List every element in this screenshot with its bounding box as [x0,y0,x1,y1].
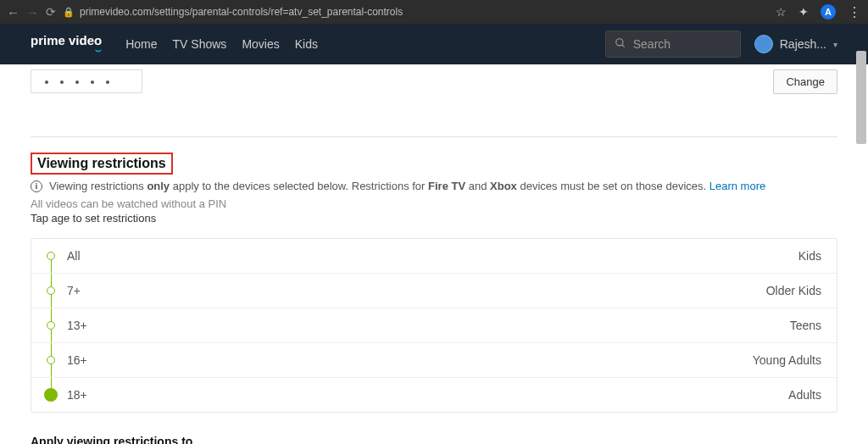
nav-home[interactable]: Home [125,37,157,51]
reload-icon[interactable]: ⟳ [46,5,56,19]
age-row-18[interactable]: 18+ Adults [31,378,837,412]
scrollbar-thumb[interactable] [856,51,866,144]
main-nav: Home TV Shows Movies Kids [125,37,318,51]
menu-icon[interactable]: ⋮ [848,4,861,20]
tap-instruction: Tap age to set restrictions [31,212,837,225]
url-text: primevideo.com/settings/parental-control… [80,6,403,18]
age-marker-icon [47,321,55,330]
bookmark-icon[interactable]: ☆ [776,5,787,19]
user-menu[interactable]: Rajesh... ▾ [754,35,837,53]
search-placeholder: Search [633,37,670,51]
change-button[interactable]: Change [773,69,837,94]
user-name-label: Rajesh... [780,37,826,51]
pin-dot [106,80,109,84]
browser-toolbar: ← → ⟳ 🔒 primevideo.com/settings/parental… [0,0,868,24]
extensions-icon[interactable]: ✦ [798,5,809,19]
nav-tvshows[interactable]: TV Shows [173,37,227,51]
svg-line-1 [622,44,625,47]
nav-kids[interactable]: Kids [295,37,318,51]
lock-icon: 🔒 [63,7,75,18]
nav-movies[interactable]: Movies [242,37,279,51]
notice-text: Viewing restrictions only apply to the d… [49,180,765,192]
prime-video-logo[interactable]: prime video ⌣ [31,34,102,55]
age-marker-icon [47,286,55,295]
learn-more-link[interactable]: Learn more [709,180,765,192]
svg-point-0 [616,38,623,45]
site-header: prime video ⌣ Home TV Shows Movies Kids … [0,24,868,64]
viewing-restrictions-title: Viewing restrictions [31,153,173,175]
pin-dot [75,80,79,84]
pin-section: Change [31,69,837,94]
profile-avatar[interactable]: A [821,4,836,19]
age-row-all[interactable]: All Kids [31,239,837,274]
divider [31,136,837,137]
search-input[interactable]: Search [605,31,741,58]
pin-dot [45,80,48,84]
smile-icon: ⌣ [31,45,102,55]
forward-icon[interactable]: → [26,5,39,19]
age-marker-icon [47,356,55,364]
age-marker-icon [47,252,55,260]
age-row-16[interactable]: 16+ Young Adults [31,343,837,378]
pin-status-text: All videos can be watched without a PIN [31,197,837,210]
address-bar[interactable]: 🔒 primevideo.com/settings/parental-contr… [63,6,769,18]
pin-dot [91,80,94,84]
age-marker-selected-icon [44,388,58,402]
age-restrictions-grid: All Kids 7+ Older Kids 13+ Teens 16+ You… [31,238,837,413]
search-icon [615,37,626,52]
pin-dot [60,80,64,84]
apply-restrictions-title: Apply viewing restrictions to [31,435,837,444]
user-avatar-icon [754,35,773,53]
info-icon: i [31,180,42,192]
age-row-13[interactable]: 13+ Teens [31,308,837,343]
back-icon[interactable]: ← [7,5,19,19]
pin-display [31,69,142,93]
age-row-7[interactable]: 7+ Older Kids [31,274,837,308]
restrictions-notice: i Viewing restrictions only apply to the… [31,180,837,192]
chevron-down-icon: ▾ [833,40,837,49]
